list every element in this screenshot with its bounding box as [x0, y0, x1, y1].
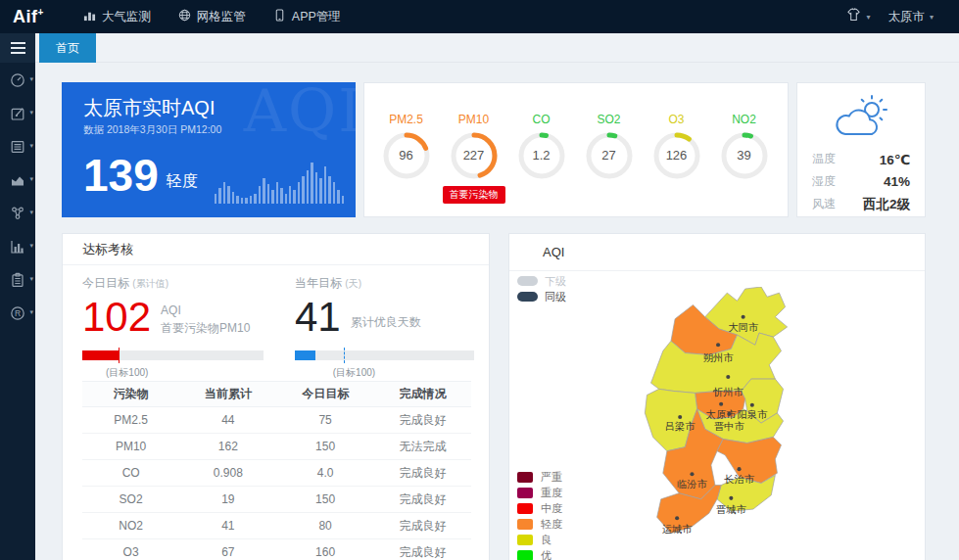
- city-dot-阳泉市: [750, 403, 754, 407]
- trend-bar: [315, 172, 317, 204]
- trend-bar: [328, 176, 330, 204]
- legend-item-严重: 严重: [517, 469, 562, 485]
- gauge-label: CO: [507, 113, 575, 126]
- gauge-no2: NO239: [710, 113, 778, 216]
- city-dot-运城市: [675, 516, 679, 520]
- trend-bar: [285, 194, 287, 204]
- weather-value: 西北2级: [863, 196, 910, 213]
- table-cell: 完成良好: [374, 487, 471, 513]
- legend-swatch: [517, 519, 533, 530]
- city-label-吕梁市: 吕梁市: [665, 421, 695, 432]
- menu-app-management[interactable]: APP管理: [260, 0, 355, 33]
- sidebar-toggle[interactable]: [0, 33, 35, 63]
- table-cell: PM2.5: [82, 407, 179, 434]
- tab-home[interactable]: 首页: [39, 33, 96, 63]
- trend-bar: [302, 176, 304, 204]
- toggle-label: 同级: [545, 290, 566, 304]
- gauge-pm10: PM10227首要污染物: [440, 113, 507, 216]
- today-progress-bar: [82, 350, 264, 360]
- aqi-level-badge: 轻度: [167, 171, 198, 198]
- gauge-value: 27: [585, 131, 634, 180]
- trend-bar: [276, 182, 278, 204]
- pollutant-gauges-card: PM2.596PM10227首要污染物CO1.2SO227O3126NO239: [363, 82, 789, 217]
- menu-air-monitoring[interactable]: 大气监测: [70, 0, 165, 33]
- weather-value: 41%: [884, 174, 910, 189]
- chevron-down-icon: ▾: [29, 175, 33, 183]
- city-dot-晋中市: [727, 412, 731, 416]
- trend-bar: [245, 198, 247, 204]
- city-selector[interactable]: 太原市 ▾: [887, 9, 934, 25]
- city-dot-吕梁市: [678, 415, 682, 419]
- gauge-o3: O3126: [643, 113, 710, 216]
- gauge-value: 39: [720, 131, 769, 180]
- map-toggle-同级[interactable]: 同级: [517, 289, 566, 304]
- weather-row: 风速西北2级: [812, 193, 910, 215]
- today-target-block: 今日目标 (累计值) 102 AQI首要污染物PM10 (目标100): [82, 275, 278, 380]
- table-cell: PM10: [82, 434, 179, 460]
- legend-item-轻度: 轻度: [517, 516, 562, 532]
- city-label-忻州市: 忻州市: [712, 387, 743, 397]
- table-cell: 41: [179, 513, 276, 539]
- share-nodes-icon: [10, 206, 25, 221]
- gauge-label: O3: [643, 113, 710, 126]
- table-cell: 完成良好: [374, 539, 471, 560]
- tab-bar: 首页: [35, 33, 959, 63]
- legend-item-优: 优: [517, 547, 562, 560]
- table-header-cell: 当前累计: [179, 382, 276, 407]
- theme-selector[interactable]: ▾: [846, 8, 870, 25]
- gauge-label: SO2: [575, 113, 643, 126]
- left-sidebar: ▾▾▾▾▾▾▾R▾: [0, 33, 35, 560]
- sidebar-item-registered[interactable]: R▾: [0, 297, 35, 329]
- legend-item-中度: 中度: [517, 500, 562, 516]
- registered-icon: R: [10, 305, 25, 321]
- map-toggle-下级[interactable]: 下级: [517, 273, 566, 289]
- chevron-down-icon: ▾: [930, 13, 934, 22]
- legend-label: 良: [541, 533, 551, 547]
- legend-label: 严重: [541, 470, 562, 485]
- sidebar-item-share-nodes[interactable]: ▾: [0, 197, 35, 229]
- gauge-co: CO1.2: [507, 113, 575, 216]
- today-target-label: 今日目标 (累计值): [82, 275, 278, 292]
- sidebar-item-area-chart[interactable]: ▾: [0, 163, 35, 196]
- legend-swatch: [517, 503, 533, 514]
- sidebar-item-list[interactable]: ▾: [0, 130, 35, 163]
- toggle-swatch: [517, 276, 538, 286]
- trend-bar: [227, 186, 229, 204]
- main-menu: 大气监测 网格监管 APP管理: [70, 0, 355, 33]
- city-label-朔州市: 朔州市: [703, 352, 734, 363]
- city-label-长治市: 长治市: [724, 474, 754, 485]
- edit-icon: [10, 106, 25, 121]
- aqi-level-legend: 严重重度中度轻度良优: [517, 469, 562, 560]
- table-header-cell: 完成情况: [374, 382, 471, 407]
- city-label-晋城市: 晋城市: [716, 504, 746, 515]
- chevron-down-icon: ▾: [29, 75, 33, 83]
- table-cell: 150: [277, 487, 374, 513]
- gauge-ring: 27: [585, 131, 634, 180]
- gauge-so2: SO227: [575, 113, 643, 216]
- menu-grid-supervision[interactable]: 网格监管: [165, 0, 260, 33]
- toggle-label: 下级: [545, 274, 566, 289]
- gauge-value: 227: [450, 131, 499, 180]
- table-cell: NO2: [82, 513, 179, 539]
- t-shirt-icon: [846, 8, 861, 25]
- trend-bar: [298, 182, 300, 204]
- gauge-ring: 126: [652, 131, 701, 180]
- trend-bar: [254, 194, 256, 204]
- sidebar-item-bar-chart[interactable]: ▾: [0, 230, 35, 262]
- menu-label: 大气监测: [102, 9, 151, 25]
- sidebar-item-dashboard[interactable]: ▾: [0, 64, 35, 96]
- globe-icon: [178, 9, 191, 24]
- table-row: PM10162150无法完成: [82, 434, 471, 460]
- table-header-cell: 污染物: [82, 382, 179, 407]
- city-dot-大同市: [742, 315, 745, 319]
- sidebar-item-clipboard[interactable]: ▾: [0, 263, 35, 296]
- navbar-right: ▾ 太原市 ▾: [846, 8, 934, 25]
- table-cell: 4.0: [277, 460, 374, 487]
- gauge-value: 1.2: [517, 131, 566, 180]
- legend-item-重度: 重度: [517, 485, 562, 500]
- aqi-card-subtitle: 数据 2018年3月30日 PM12:00: [83, 123, 221, 137]
- legend-swatch: [517, 550, 533, 560]
- sidebar-item-edit[interactable]: ▾: [0, 97, 35, 129]
- gauge-label: NO2: [710, 113, 778, 126]
- chevron-down-icon: ▾: [29, 209, 33, 216]
